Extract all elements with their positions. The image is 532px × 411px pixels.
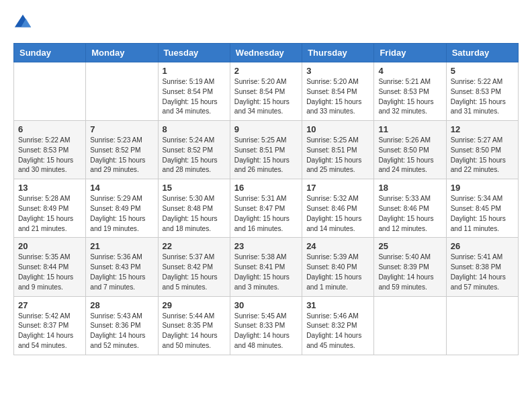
calendar-cell: 8Sunrise: 5:24 AMSunset: 8:52 PMDaylight…: [158, 121, 230, 179]
calendar-cell: 22Sunrise: 5:37 AMSunset: 8:42 PMDayligh…: [158, 238, 230, 296]
calendar-week-1: 1Sunrise: 5:19 AMSunset: 8:54 PMDaylight…: [14, 62, 519, 121]
cell-text: Sunrise: 5:34 AMSunset: 8:45 PMDaylight:…: [451, 194, 514, 234]
day-number: 5: [451, 66, 514, 76]
calendar-cell: 28Sunrise: 5:43 AMSunset: 8:36 PMDayligh…: [86, 296, 158, 355]
day-number: 27: [18, 300, 81, 310]
calendar-cell: 27Sunrise: 5:42 AMSunset: 8:37 PMDayligh…: [14, 296, 86, 355]
cell-text: Sunrise: 5:42 AMSunset: 8:37 PMDaylight:…: [18, 312, 81, 351]
day-number: 29: [163, 300, 226, 310]
calendar-cell: 14Sunrise: 5:29 AMSunset: 8:49 PMDayligh…: [86, 179, 158, 238]
calendar-cell: 21Sunrise: 5:36 AMSunset: 8:43 PMDayligh…: [86, 238, 158, 296]
day-number: 13: [18, 183, 81, 193]
weekday-header-friday: Friday: [374, 44, 446, 62]
day-number: 14: [90, 183, 153, 193]
day-number: 23: [234, 241, 298, 251]
calendar-cell: 1Sunrise: 5:19 AMSunset: 8:54 PMDaylight…: [158, 62, 230, 121]
calendar-cell: 25Sunrise: 5:40 AMSunset: 8:39 PMDayligh…: [374, 238, 446, 296]
calendar-cell: 12Sunrise: 5:27 AMSunset: 8:50 PMDayligh…: [446, 121, 518, 179]
cell-text: Sunrise: 5:41 AMSunset: 8:38 PMDaylight:…: [451, 253, 514, 292]
cell-text: Sunrise: 5:20 AMSunset: 8:54 PMDaylight:…: [234, 77, 298, 117]
cell-text: Sunrise: 5:25 AMSunset: 8:51 PMDaylight:…: [234, 136, 298, 175]
calendar-cell: 29Sunrise: 5:44 AMSunset: 8:35 PMDayligh…: [158, 296, 230, 355]
cell-text: Sunrise: 5:32 AMSunset: 8:46 PMDaylight:…: [306, 194, 369, 234]
page-header: [13, 13, 519, 32]
calendar-cell: 4Sunrise: 5:21 AMSunset: 8:53 PMDaylight…: [374, 62, 446, 121]
logo: [13, 13, 35, 32]
cell-text: Sunrise: 5:28 AMSunset: 8:49 PMDaylight:…: [18, 194, 81, 234]
day-number: 19: [451, 183, 514, 193]
weekday-header-monday: Monday: [86, 44, 158, 62]
calendar-cell: 6Sunrise: 5:22 AMSunset: 8:53 PMDaylight…: [14, 121, 86, 179]
day-number: 16: [234, 183, 298, 193]
day-number: 15: [163, 183, 226, 193]
day-number: 21: [90, 241, 153, 251]
cell-text: Sunrise: 5:24 AMSunset: 8:52 PMDaylight:…: [163, 136, 226, 175]
calendar-cell: 2Sunrise: 5:20 AMSunset: 8:54 PMDaylight…: [230, 62, 302, 121]
cell-text: Sunrise: 5:35 AMSunset: 8:44 PMDaylight:…: [18, 253, 81, 292]
cell-text: Sunrise: 5:43 AMSunset: 8:36 PMDaylight:…: [90, 312, 153, 351]
calendar-cell: 10Sunrise: 5:25 AMSunset: 8:51 PMDayligh…: [302, 121, 374, 179]
weekday-header-sunday: Sunday: [14, 44, 86, 62]
day-number: 3: [306, 66, 369, 76]
calendar-week-5: 27Sunrise: 5:42 AMSunset: 8:37 PMDayligh…: [14, 296, 519, 355]
calendar-cell: 13Sunrise: 5:28 AMSunset: 8:49 PMDayligh…: [14, 179, 86, 238]
day-number: 12: [451, 124, 514, 134]
cell-text: Sunrise: 5:26 AMSunset: 8:50 PMDaylight:…: [378, 136, 441, 175]
cell-text: Sunrise: 5:22 AMSunset: 8:53 PMDaylight:…: [451, 77, 514, 117]
weekday-header-wednesday: Wednesday: [230, 44, 302, 62]
cell-text: Sunrise: 5:19 AMSunset: 8:54 PMDaylight:…: [163, 77, 226, 117]
day-number: 31: [306, 300, 369, 310]
calendar-cell: 23Sunrise: 5:38 AMSunset: 8:41 PMDayligh…: [230, 238, 302, 296]
calendar-cell: [86, 62, 158, 121]
day-number: 10: [306, 124, 369, 134]
day-number: 28: [90, 300, 153, 310]
calendar-cell: 30Sunrise: 5:45 AMSunset: 8:33 PMDayligh…: [230, 296, 302, 355]
cell-text: Sunrise: 5:33 AMSunset: 8:46 PMDaylight:…: [378, 194, 441, 234]
cell-text: Sunrise: 5:30 AMSunset: 8:48 PMDaylight:…: [163, 194, 226, 234]
day-number: 6: [18, 124, 81, 134]
calendar-week-2: 6Sunrise: 5:22 AMSunset: 8:53 PMDaylight…: [14, 121, 519, 179]
cell-text: Sunrise: 5:45 AMSunset: 8:33 PMDaylight:…: [234, 312, 298, 351]
calendar-cell: 11Sunrise: 5:26 AMSunset: 8:50 PMDayligh…: [374, 121, 446, 179]
day-number: 2: [234, 66, 298, 76]
calendar-cell: 26Sunrise: 5:41 AMSunset: 8:38 PMDayligh…: [446, 238, 518, 296]
cell-text: Sunrise: 5:21 AMSunset: 8:53 PMDaylight:…: [378, 77, 441, 117]
day-number: 22: [163, 241, 226, 251]
day-number: 24: [306, 241, 369, 251]
calendar-cell: [374, 296, 446, 355]
weekday-header-saturday: Saturday: [446, 44, 518, 62]
logo-icon: [13, 13, 32, 32]
day-number: 20: [18, 241, 81, 251]
calendar-cell: 18Sunrise: 5:33 AMSunset: 8:46 PMDayligh…: [374, 179, 446, 238]
calendar-cell: 31Sunrise: 5:46 AMSunset: 8:32 PMDayligh…: [302, 296, 374, 355]
cell-text: Sunrise: 5:27 AMSunset: 8:50 PMDaylight:…: [451, 136, 514, 175]
day-number: 9: [234, 124, 298, 134]
calendar-cell: 9Sunrise: 5:25 AMSunset: 8:51 PMDaylight…: [230, 121, 302, 179]
weekday-header-tuesday: Tuesday: [158, 44, 230, 62]
cell-text: Sunrise: 5:23 AMSunset: 8:52 PMDaylight:…: [90, 136, 153, 175]
cell-text: Sunrise: 5:39 AMSunset: 8:40 PMDaylight:…: [306, 253, 369, 292]
day-number: 30: [234, 300, 298, 310]
calendar-cell: 16Sunrise: 5:31 AMSunset: 8:47 PMDayligh…: [230, 179, 302, 238]
calendar-cell: 15Sunrise: 5:30 AMSunset: 8:48 PMDayligh…: [158, 179, 230, 238]
day-number: 17: [306, 183, 369, 193]
calendar-cell: [446, 296, 518, 355]
cell-text: Sunrise: 5:44 AMSunset: 8:35 PMDaylight:…: [163, 312, 226, 351]
day-number: 11: [378, 124, 441, 134]
calendar-header-row: SundayMondayTuesdayWednesdayThursdayFrid…: [14, 44, 519, 62]
cell-text: Sunrise: 5:22 AMSunset: 8:53 PMDaylight:…: [18, 136, 81, 175]
calendar-week-4: 20Sunrise: 5:35 AMSunset: 8:44 PMDayligh…: [14, 238, 519, 296]
cell-text: Sunrise: 5:36 AMSunset: 8:43 PMDaylight:…: [90, 253, 153, 292]
weekday-header-thursday: Thursday: [302, 44, 374, 62]
calendar-cell: 24Sunrise: 5:39 AMSunset: 8:40 PMDayligh…: [302, 238, 374, 296]
day-number: 18: [378, 183, 441, 193]
calendar-cell: 3Sunrise: 5:20 AMSunset: 8:54 PMDaylight…: [302, 62, 374, 121]
calendar-cell: 7Sunrise: 5:23 AMSunset: 8:52 PMDaylight…: [86, 121, 158, 179]
calendar-cell: [14, 62, 86, 121]
calendar-table: SundayMondayTuesdayWednesdayThursdayFrid…: [13, 43, 519, 355]
cell-text: Sunrise: 5:29 AMSunset: 8:49 PMDaylight:…: [90, 194, 153, 234]
day-number: 7: [90, 124, 153, 134]
day-number: 25: [378, 241, 441, 251]
calendar-cell: 17Sunrise: 5:32 AMSunset: 8:46 PMDayligh…: [302, 179, 374, 238]
calendar-week-3: 13Sunrise: 5:28 AMSunset: 8:49 PMDayligh…: [14, 179, 519, 238]
